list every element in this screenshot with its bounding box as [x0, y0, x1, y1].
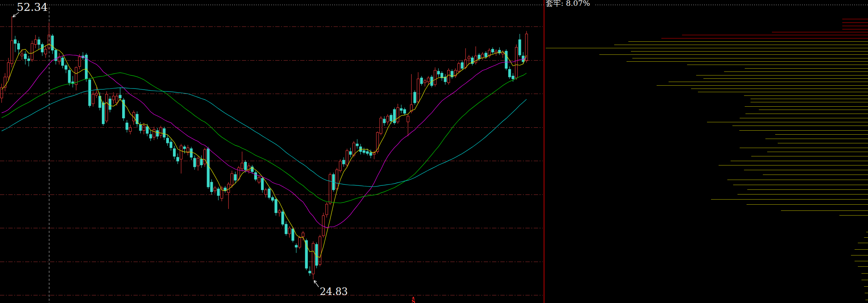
candle-down — [369, 152, 372, 155]
high-price-label: 52.34 — [17, 1, 48, 13]
candle-down — [485, 53, 487, 57]
candle-up — [197, 158, 199, 166]
candle-up — [160, 128, 162, 135]
candle-down — [512, 76, 514, 79]
moving-average-layer — [2, 44, 527, 257]
candle-up — [7, 63, 9, 77]
candle-down — [200, 159, 202, 165]
candle-down — [190, 149, 192, 157]
candle-down — [61, 58, 63, 65]
candle-down — [51, 36, 53, 50]
candle-up — [180, 146, 182, 159]
candle-down — [356, 144, 358, 146]
candle-down — [65, 65, 67, 69]
candle-up — [34, 40, 37, 44]
candle-down — [295, 245, 297, 247]
chip-locked-ratio-label: 套牢: 8.07% — [546, 0, 590, 8]
candle-up — [231, 173, 233, 185]
candle-down — [119, 95, 121, 98]
high-price-arrow-icon — [13, 12, 19, 17]
candle-up — [515, 47, 517, 78]
candle-up — [353, 143, 355, 155]
candle-down — [17, 44, 20, 49]
candle-down — [244, 162, 247, 170]
candle-up — [265, 190, 267, 195]
candle-down — [268, 189, 270, 197]
candle-down — [505, 51, 507, 68]
candle-down — [261, 178, 263, 190]
candle-up — [434, 70, 436, 85]
candle-up — [153, 130, 155, 137]
candle-up — [339, 161, 341, 171]
candle-up — [21, 54, 23, 56]
candle-down — [292, 229, 294, 241]
candle-up — [336, 170, 338, 189]
candle-down — [508, 69, 511, 77]
candle-down — [177, 157, 179, 161]
candle-up — [475, 56, 477, 62]
candle-down — [478, 55, 480, 59]
candle-up — [258, 177, 260, 182]
candle-down — [366, 152, 368, 153]
candle-down — [163, 128, 165, 137]
candle-down — [173, 149, 175, 156]
candle-down — [139, 125, 141, 131]
candle-down — [170, 142, 172, 148]
candle-up — [427, 78, 429, 82]
chip-distribution-panel[interactable] — [546, 19, 868, 300]
candle-up — [326, 204, 328, 215]
candle-down — [255, 173, 257, 179]
candle-down — [404, 110, 406, 114]
ma-line-ma60 — [2, 88, 527, 187]
ma-line-ma40 — [2, 73, 527, 203]
candle-up — [116, 96, 118, 103]
candle-up — [214, 188, 216, 191]
candle-up — [481, 54, 484, 58]
candle-up — [468, 57, 470, 59]
candle-down — [383, 119, 385, 123]
candle-down — [390, 115, 392, 121]
candle-down — [414, 92, 416, 103]
low-price-label: 24.83 — [320, 286, 348, 297]
candle-down — [156, 131, 158, 136]
candle-down — [109, 99, 111, 110]
candle-up — [312, 243, 314, 274]
candle-down — [126, 123, 128, 130]
candle-down — [461, 63, 463, 69]
candle-up — [298, 238, 301, 247]
candle-down — [217, 189, 219, 195]
candle-down — [363, 151, 365, 152]
candle-up — [95, 93, 98, 95]
candle-up — [92, 94, 94, 104]
candle-down — [234, 175, 236, 180]
candle-up — [417, 79, 419, 102]
candle-down — [272, 197, 274, 200]
candle-down — [194, 158, 196, 167]
candle-up — [278, 211, 280, 213]
candle-up — [302, 233, 304, 237]
candlestick-panel[interactable] — [0, 16, 528, 279]
candle-up — [329, 175, 331, 203]
candle-down — [282, 212, 284, 224]
candle-down — [68, 70, 70, 83]
candle-down — [166, 138, 169, 143]
candle-down — [24, 54, 26, 59]
candle-down — [38, 40, 40, 44]
candle-up — [204, 150, 206, 164]
signal-s-marker[interactable]: S — [412, 299, 415, 303]
candle-down — [349, 152, 351, 155]
candle-up — [397, 107, 399, 122]
candle-down — [207, 149, 209, 187]
candle-down — [492, 49, 494, 52]
candle-up — [106, 94, 108, 121]
candle-up — [112, 96, 115, 100]
candle-down — [437, 71, 439, 74]
candle-up — [78, 57, 80, 66]
candle-up — [45, 49, 47, 54]
candle-down — [343, 160, 345, 164]
candle-up — [424, 81, 426, 83]
candle-down — [518, 40, 521, 55]
candle-down — [146, 127, 148, 133]
candle-down — [210, 182, 212, 192]
candle-down — [275, 199, 277, 213]
